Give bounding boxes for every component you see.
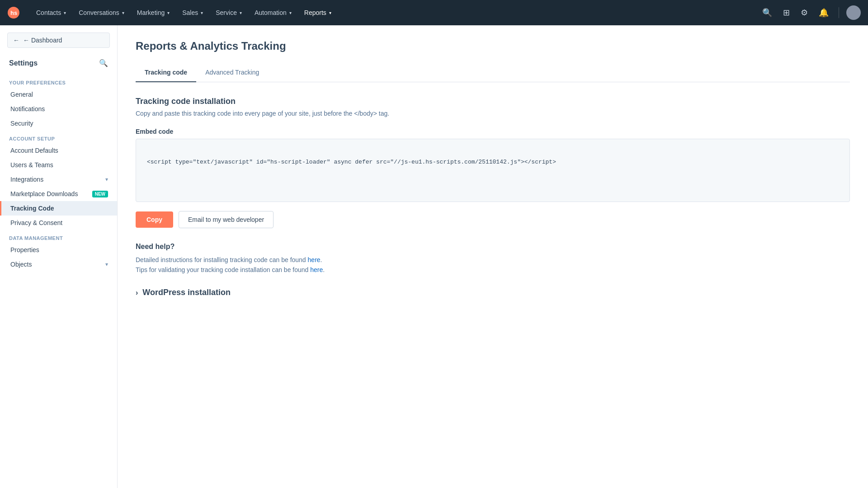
- chevron-down-icon: ▾: [289, 10, 292, 15]
- integrations-content: Integrations: [10, 176, 43, 183]
- sidebar-item-tracking-code[interactable]: Tracking Code: [0, 201, 117, 216]
- page-title: Reports & Analytics Tracking: [136, 40, 850, 52]
- sidebar-item-notifications[interactable]: Notifications: [0, 102, 117, 116]
- chevron-down-icon: ▾: [167, 10, 170, 15]
- sidebar-item-privacy-consent[interactable]: Privacy & Consent: [0, 216, 117, 230]
- hubspot-logo[interactable]: hs: [7, 6, 20, 19]
- sidebar-header: Settings 🔍: [0, 55, 117, 71]
- avatar[interactable]: [846, 5, 861, 20]
- sidebar-item-security[interactable]: Security: [0, 116, 117, 131]
- copy-button[interactable]: Copy: [136, 211, 173, 228]
- nav-marketing[interactable]: Marketing ▾: [132, 5, 175, 20]
- section-title: Tracking code installation: [136, 97, 850, 106]
- sidebar-section-data-management: Data Management: [0, 230, 117, 243]
- embed-code-label: Embed code: [136, 128, 850, 135]
- sidebar-item-properties[interactable]: Properties: [0, 243, 117, 257]
- tab-bar: Tracking code Advanced Tracking: [136, 63, 850, 82]
- actions-row: Copy Email to my web developer: [136, 211, 850, 228]
- help-line-1: Detailed instructions for installing tra…: [136, 256, 850, 263]
- top-navigation: hs Contacts ▾ Conversations ▾ Marketing …: [0, 0, 868, 25]
- embed-code-block[interactable]: <script type="text/javascript" id="hs-sc…: [136, 139, 850, 202]
- section-description: Copy and paste this tracking code into e…: [136, 110, 850, 117]
- settings-title: Settings: [9, 59, 38, 67]
- chevron-down-icon: ▾: [329, 10, 331, 15]
- nav-conversations[interactable]: Conversations ▾: [73, 5, 130, 20]
- objects-content: Objects: [10, 261, 32, 268]
- tab-advanced-tracking[interactable]: Advanced Tracking: [196, 63, 268, 82]
- marketplace-icon[interactable]: ⊞: [780, 5, 793, 20]
- chevron-right-icon: ›: [136, 289, 138, 297]
- nav-reports[interactable]: Reports ▾: [299, 5, 337, 20]
- wordpress-installation-section[interactable]: › WordPress installation: [136, 288, 850, 297]
- settings-icon[interactable]: ⚙: [798, 5, 811, 20]
- top-nav-right: 🔍 ⊞ ⚙ 🔔: [760, 5, 861, 20]
- chevron-down-icon: ▾: [201, 10, 203, 15]
- sidebar-search-icon[interactable]: 🔍: [99, 59, 108, 67]
- top-nav-items: Contacts ▾ Conversations ▾ Marketing ▾ S…: [31, 5, 760, 20]
- sidebar-item-marketplace-downloads[interactable]: Marketplace Downloads NEW: [0, 187, 117, 201]
- email-developer-button[interactable]: Email to my web developer: [179, 211, 274, 228]
- notifications-icon[interactable]: 🔔: [816, 5, 831, 20]
- sidebar-item-objects[interactable]: Objects ▾: [0, 257, 117, 272]
- tab-tracking-code[interactable]: Tracking code: [136, 63, 196, 82]
- chevron-down-icon: ▾: [122, 10, 124, 15]
- nav-automation[interactable]: Automation ▾: [249, 5, 297, 20]
- app-body: ← ← Dashboard Settings 🔍 Your Preference…: [0, 25, 868, 488]
- help-link-1[interactable]: here: [308, 256, 321, 263]
- sidebar-item-general[interactable]: General: [0, 87, 117, 102]
- chevron-down-icon: ▾: [240, 10, 242, 15]
- chevron-down-icon: ▾: [105, 261, 108, 267]
- main-content: Reports & Analytics Tracking Tracking co…: [118, 25, 868, 488]
- help-link-2[interactable]: here: [310, 266, 323, 273]
- nav-contacts[interactable]: Contacts ▾: [31, 5, 71, 20]
- chevron-down-icon: ▾: [105, 176, 108, 183]
- chevron-down-icon: ▾: [64, 10, 66, 15]
- search-icon[interactable]: 🔍: [760, 5, 775, 20]
- sidebar-item-users-teams[interactable]: Users & Teams: [0, 158, 117, 172]
- sidebar-section-your-preferences: Your Preferences: [0, 75, 117, 87]
- nav-sales[interactable]: Sales ▾: [177, 5, 208, 20]
- new-badge: NEW: [92, 191, 108, 197]
- nav-divider: [839, 7, 839, 18]
- back-arrow-icon: ←: [13, 37, 19, 44]
- sidebar: ← ← Dashboard Settings 🔍 Your Preference…: [0, 25, 118, 488]
- svg-text:hs: hs: [10, 9, 17, 16]
- help-line-2: Tips for validating your tracking code i…: [136, 266, 850, 273]
- dashboard-button[interactable]: ← ← Dashboard: [7, 33, 110, 48]
- sidebar-item-account-defaults[interactable]: Account Defaults: [0, 143, 117, 158]
- nav-service[interactable]: Service ▾: [210, 5, 247, 20]
- sidebar-item-integrations[interactable]: Integrations ▾: [0, 172, 117, 187]
- sidebar-section-account-setup: Account Setup: [0, 131, 117, 143]
- need-help-title: Need help?: [136, 243, 850, 251]
- wordpress-title: WordPress installation: [142, 288, 231, 297]
